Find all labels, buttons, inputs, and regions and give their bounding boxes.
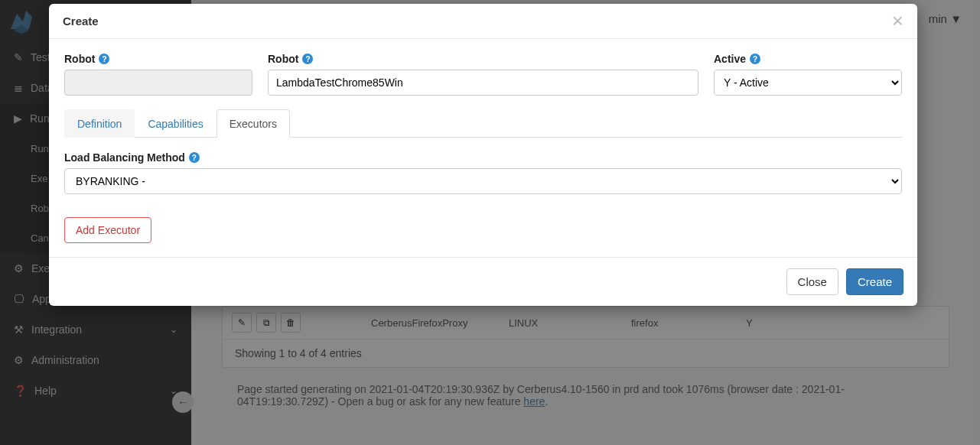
modal-title: Create bbox=[63, 15, 99, 28]
create-modal: Create × Robot ? Robot ? Active bbox=[49, 4, 917, 306]
help-icon[interactable]: ? bbox=[302, 54, 313, 64]
help-icon[interactable]: ? bbox=[99, 54, 109, 64]
robot-name-label: Robot ? bbox=[268, 53, 698, 65]
load-balancing-label: Load Balancing Method ? bbox=[64, 151, 902, 164]
label-text: Robot bbox=[268, 53, 298, 65]
close-button[interactable]: Close bbox=[786, 268, 838, 295]
robot-id-input bbox=[64, 70, 252, 96]
label-text: Active bbox=[714, 53, 746, 65]
active-label: Active ? bbox=[714, 53, 902, 65]
label-text: Robot bbox=[64, 53, 95, 65]
robot-name-input[interactable] bbox=[268, 70, 698, 96]
tab-capabilities[interactable]: Capabilities bbox=[135, 109, 216, 138]
add-executor-button[interactable]: Add Executor bbox=[64, 217, 151, 243]
active-select[interactable]: Y - Active bbox=[714, 70, 902, 96]
tabs: Definition Capabilities Executors bbox=[64, 109, 902, 138]
load-balancing-select[interactable]: BYRANKING - bbox=[64, 168, 902, 194]
help-icon[interactable]: ? bbox=[189, 152, 200, 163]
tab-definition[interactable]: Definition bbox=[64, 109, 135, 138]
help-icon[interactable]: ? bbox=[750, 54, 760, 64]
label-text: Load Balancing Method bbox=[64, 151, 185, 164]
create-button[interactable]: Create bbox=[846, 268, 903, 295]
close-icon[interactable]: × bbox=[892, 16, 903, 26]
tab-executors[interactable]: Executors bbox=[217, 109, 290, 138]
robot-id-label: Robot ? bbox=[64, 53, 252, 65]
